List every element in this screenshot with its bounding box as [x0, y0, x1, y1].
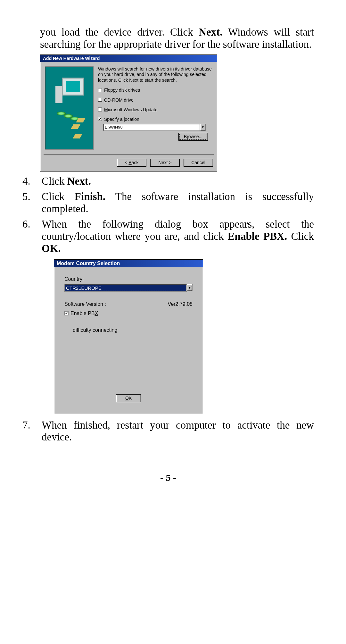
tower-icon — [55, 86, 62, 103]
monitor-icon — [62, 78, 84, 96]
software-version-label: Software Version : — [64, 301, 106, 307]
software-version-row: Software Version : Ver2.79.08 — [64, 301, 193, 307]
floppy-checkbox-row[interactable]: Floppy disk drives — [98, 88, 213, 93]
list-text: Click Next. — [42, 175, 314, 188]
wizard-intro-text: Windows will search for new drivers in i… — [98, 66, 213, 83]
chip-icon — [73, 134, 82, 138]
wizard-footer: < Back Next > Cancel — [40, 155, 217, 171]
back-button[interactable]: < Back — [117, 159, 146, 167]
location-combobox[interactable]: ▼ — [103, 124, 206, 131]
cdrom-label: CD-ROM drive — [104, 97, 134, 103]
cdrom-checkbox-row[interactable]: CD-ROM drive — [98, 97, 213, 103]
list-number: 6. — [22, 218, 35, 255]
list-item: 6. When the following dialog box appears… — [22, 218, 314, 255]
list-item: 5. Click Finish. The software installati… — [22, 191, 314, 215]
country-combobox[interactable]: ▼ — [64, 284, 193, 292]
checkbox-icon[interactable] — [98, 107, 102, 112]
software-version-value: Ver2.79.08 — [168, 301, 193, 307]
floppy-label: Floppy disk drives — [104, 88, 140, 93]
browse-button[interactable]: Browse... — [178, 133, 208, 141]
country-input[interactable] — [64, 284, 187, 292]
list-number: 5. — [22, 191, 35, 215]
list-number: 4. — [22, 175, 35, 188]
next-word: Next. — [199, 26, 222, 38]
modem-body: Country: ▼ Software Version : Ver2.79.08… — [54, 267, 203, 414]
cancel-button[interactable]: Cancel — [184, 159, 213, 167]
intro-paragraph: you load the device driver. Click Next. … — [40, 26, 314, 51]
instruction-list: 4. Click Next. 5. Click Finish. The soft… — [22, 175, 314, 255]
enable-pbx-row[interactable]: Enable PBX — [64, 311, 193, 316]
list-item: 4. Click Next. — [22, 175, 314, 188]
list-number: 7. — [22, 419, 35, 444]
checkbox-icon[interactable] — [98, 88, 102, 92]
wizard-body: Windows will search for new drivers in i… — [40, 62, 217, 153]
msupdate-label: Microsoft Windows Update — [104, 107, 158, 112]
page-number: - 5 - — [22, 472, 314, 483]
modem-title-bar: Modem Country Selection — [54, 260, 203, 267]
hardware-wizard-dialog: Add New Hardware Wizard Windows will sea… — [40, 54, 217, 171]
text: you load the device driver. Click — [40, 26, 199, 38]
dropdown-button[interactable]: ▼ — [187, 284, 193, 291]
difficulty-text: difficulty connecting — [73, 327, 193, 333]
country-label: Country: — [64, 276, 193, 282]
checkbox-icon[interactable] — [98, 98, 102, 102]
chip-icon — [71, 124, 80, 129]
list-text: Click Finish. The software installation … — [42, 191, 314, 215]
list-text: When the following dialog box appears, s… — [42, 218, 314, 255]
list-item: 7. When finished, restart your computer … — [22, 419, 314, 444]
modem-country-dialog: Modem Country Selection Country: ▼ Softw… — [54, 259, 203, 414]
specify-location-label: Specify a location: — [104, 117, 141, 122]
checkbox-icon[interactable] — [64, 311, 69, 315]
wizard-title-bar: Add New Hardware Wizard — [40, 55, 217, 62]
dropdown-button[interactable]: ▼ — [200, 124, 206, 131]
location-input[interactable] — [103, 124, 200, 131]
wizard-graphic — [45, 66, 94, 150]
next-button[interactable]: Next > — [150, 159, 180, 167]
wizard-right: Windows will search for new drivers in i… — [98, 66, 213, 150]
msupdate-checkbox-row[interactable]: Microsoft Windows Update — [98, 107, 213, 112]
ok-button[interactable]: OK — [116, 394, 141, 402]
instruction-list: 7. When finished, restart your computer … — [22, 419, 314, 444]
specify-location-checkbox-row[interactable]: Specify a location: — [98, 117, 213, 122]
list-text: When finished, restart your computer to … — [42, 419, 314, 444]
enable-pbx-label: Enable PBX — [70, 311, 98, 316]
checkbox-icon[interactable] — [98, 117, 102, 121]
